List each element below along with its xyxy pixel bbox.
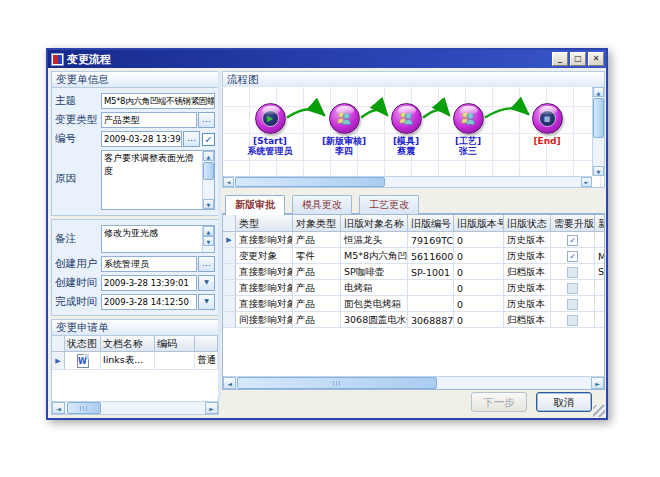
cell-old-no: 79169TC [408,232,454,248]
flow-hscrollbar[interactable]: ◄ ► [223,176,592,187]
word-doc-icon: W [77,354,89,368]
scroll-up-icon[interactable]: ▲ [593,87,604,97]
node-label: [End] [533,136,560,146]
cell-obj-type: 产品 [293,280,341,296]
col-type[interactable]: 类型 [236,215,293,231]
resize-grip[interactable] [593,405,605,417]
col-obj-type[interactable]: 对象类型 [293,215,341,231]
scroll-thumb[interactable] [203,162,214,180]
desktop: 变更流程 _ □ ✕ 变更单信息 主题 M5*8内六角凹端不锈钢紧固螺钉 变更类… [0,0,660,477]
table-row[interactable]: 直接影响对象 产品 面包类电烤箱 0 历史版本 [223,296,604,312]
flow-chart[interactable]: ▶ [Start]系统管理员 [新版审核]李四 [222,87,605,188]
remark-scrollbar[interactable]: ▲ ▼ [202,226,214,252]
play-icon: ▶ [262,110,279,127]
upgrade-checkbox[interactable] [567,267,578,278]
row-indicator [223,248,236,264]
reason-scrollbar[interactable]: ▲ ▼ [202,151,214,209]
cell-old-name: 3068圆盖电水壶 [341,312,408,328]
scroll-thumb[interactable] [593,98,604,138]
number-ellipsis-button[interactable]: … [183,131,200,147]
scroll-thumb[interactable] [235,177,385,187]
flow-node-craft[interactable]: [工艺]张三 [431,103,505,156]
cell-old-status: 历史版本 [504,296,551,312]
table-row[interactable]: 间接影响对象 产品 3068圆盖电水壶 3068887 0 归档版本 [223,312,604,328]
cell-old-ver: 0 [454,296,504,312]
col-old-status[interactable]: 旧版状态 [504,215,551,231]
close-icon[interactable]: ✕ [588,52,604,66]
creator-ellipsis-button[interactable]: … [198,256,215,272]
scroll-down-icon[interactable]: ▼ [203,236,214,246]
table-row[interactable]: 变更对象 零件 M5*8内六角凹... 5611600 0 历史版本 ✓ M5*… [223,248,604,264]
flow-node-end[interactable]: ■ [End] [510,103,584,146]
cell-type: 间接影响对象 [236,312,293,328]
finish-time-input[interactable]: 2009-3-28 14:12:50 [101,294,197,310]
col-doc-name[interactable]: 文档名称 [101,336,155,351]
maximize-icon[interactable]: □ [570,52,586,66]
scroll-left-icon[interactable]: ◄ [223,177,234,187]
col-old-no[interactable]: 旧版编号 [408,215,454,231]
cancel-button[interactable]: 取消 [536,392,592,412]
minimize-icon[interactable]: _ [552,52,568,66]
col-new[interactable]: 新版 [595,215,604,231]
cell-old-name: 电烤箱 [341,280,408,296]
table-hscrollbar[interactable]: ◄ ► [223,376,604,389]
cell-new-name [595,232,604,248]
cell-new-name [595,280,604,296]
scroll-left-icon[interactable]: ◄ [223,377,236,389]
reason-textarea[interactable]: 客户要求调整表面光滑度 ▲ ▼ [101,150,215,210]
change-info-panel: 变更单信息 主题 M5*8内六角凹端不锈钢紧固螺钉 变更类型 产品类型 … 编号… [51,71,219,398]
scroll-thumb[interactable] [67,402,101,414]
finish-time-dropdown-icon[interactable]: ▼ [198,294,215,310]
col-code[interactable]: 编码 [155,336,195,351]
table-row[interactable]: ▶ 直接影响对象 产品 恒温龙头 79169TC 0 历史版本 ✓ [223,232,604,248]
tab-mold-change[interactable]: 模具更改 [292,195,352,214]
upgrade-checkbox[interactable]: ✓ [567,235,578,246]
scroll-left-icon[interactable]: ◄ [52,402,65,414]
col-need-upgrade[interactable]: 需要升版 [551,215,595,231]
col-old-ver[interactable]: 旧版版本号 [454,215,504,231]
titlebar[interactable]: 变更流程 _ □ ✕ [48,50,606,68]
right-panel: 流程图 ▶ [Start]系统管理员 [222,71,605,398]
request-list-table: 状态图 文档名称 编码 ▶ W links表... 普通 ◄ ► [51,335,219,415]
upgrade-checkbox[interactable]: ✓ [567,251,578,262]
upgrade-checkbox[interactable] [567,315,578,326]
next-button[interactable]: 下一步 [471,392,527,412]
col-status-image[interactable]: 状态图 [65,336,101,351]
remark-textarea[interactable]: 修改为亚光感 ▲ ▼ [101,225,215,253]
change-type-input[interactable]: 产品类型 [101,112,197,128]
tab-new-version-approval[interactable]: 新版审批 [225,195,285,215]
scroll-right-icon[interactable]: ► [591,377,604,389]
scroll-down-icon[interactable]: ▼ [203,199,214,209]
col-old-name[interactable]: 旧版对象名称 [341,215,408,231]
number-input[interactable]: 2009-03-28 13:39:01 [101,131,182,147]
creator-input[interactable]: 系统管理员 [101,256,197,272]
create-time-input[interactable]: 2009-3-28 13:39:01 [101,275,197,291]
scroll-thumb[interactable] [237,377,437,389]
request-list-row[interactable]: ▶ W links表... 普通 [52,352,218,370]
request-list-hscrollbar[interactable]: ◄ ► [52,401,218,414]
create-time-dropdown-icon[interactable]: ▼ [198,275,215,291]
scroll-up-icon[interactable]: ▲ [203,226,214,236]
row-indicator [223,296,236,312]
upgrade-checkbox[interactable] [567,299,578,310]
scroll-right-icon[interactable]: ► [581,177,592,187]
upgrade-checkbox[interactable] [567,283,578,294]
subject-input[interactable]: M5*8内六角凹端不锈钢紧固螺钉 [101,93,215,109]
number-checkbox[interactable]: ✓ [202,133,215,146]
tab-craft-change[interactable]: 工艺更改 [359,195,419,214]
flow-node-start[interactable]: ▶ [Start]系统管理员 [233,103,307,156]
scroll-right-icon[interactable]: ► [205,402,218,414]
table-row[interactable]: 直接影响对象 产品 电烤箱 0 历史版本 [223,280,604,296]
panel-splitter[interactable] [218,71,221,398]
flow-vscrollbar[interactable]: ▲ ▼ [592,87,604,176]
table-header: 类型 对象类型 旧版对象名称 旧版编号 旧版版本号 旧版状态 需要升版 新版 [223,215,604,232]
creator-label: 创建用户 [55,257,101,271]
scroll-up-icon[interactable]: ▲ [203,151,214,161]
cell-type: 变更对象 [236,248,293,264]
cell-old-status: 归档版本 [504,264,551,280]
table-row[interactable]: 直接影响对象 产品 SP咖啡壶 SP-1001 0 归档版本 SP咖 [223,264,604,280]
cell-old-status: 归档版本 [504,312,551,328]
change-type-ellipsis-button[interactable]: … [198,112,215,128]
scroll-down-icon[interactable]: ▼ [593,166,604,176]
change-objects-table: 类型 对象类型 旧版对象名称 旧版编号 旧版版本号 旧版状态 需要升版 新版 ▶… [222,214,605,390]
